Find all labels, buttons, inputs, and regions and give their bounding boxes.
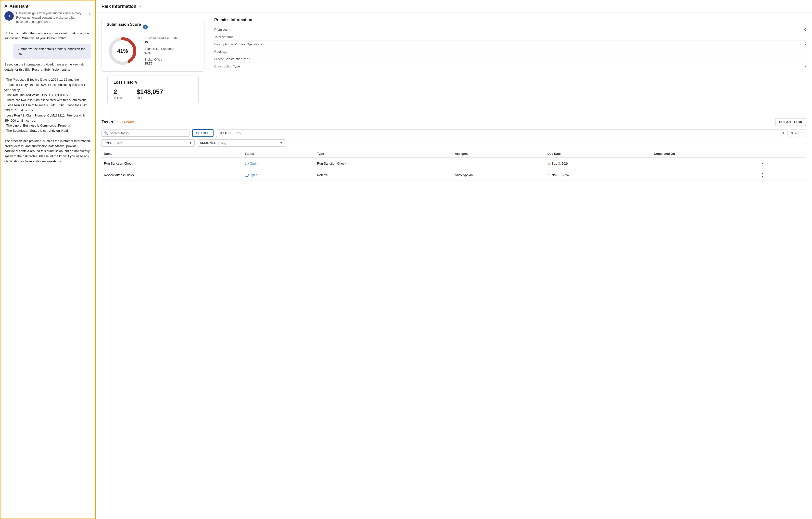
task-completed-1 (651, 169, 756, 181)
overdue-badge: ⚠ 2 Overdue (115, 120, 135, 124)
col-type: Type (315, 150, 452, 158)
col-completed-on: Completed On (651, 150, 756, 158)
score-detail-2-value: 18.75 (144, 61, 177, 66)
ai-header: AI Assistant ✦ Get key insights from you… (0, 0, 95, 27)
assignee-chevron-icon: ▼ (280, 141, 283, 145)
task-completed-0 (651, 158, 756, 169)
score-loss-wrapper: Submission Score i 41% (102, 18, 204, 109)
overdue-flag-icon-0: ⚠ (548, 162, 550, 165)
filter-actions: ▼ = ↺ (790, 130, 806, 137)
task-type-1: Referral (315, 169, 452, 181)
col-actions (756, 150, 806, 158)
tasks-table-header-row: Name Status Type Assignee ↑ Due Date Com… (102, 150, 806, 158)
task-status-1: Open (242, 169, 315, 181)
status-spinner-icon (245, 173, 249, 177)
premise-row-4: Oldest Construction Year - (214, 55, 806, 63)
status-chevron-icon: ▼ (782, 132, 785, 135)
ai-title: AI Assistant (4, 4, 91, 9)
search-tasks-button[interactable]: SEARCH (192, 129, 213, 137)
tasks-table: Name Status Type Assignee ↑ Due Date Com… (102, 150, 806, 181)
ai-subtitle: Get key insights from your submission su… (16, 11, 86, 24)
bot-message-2: Based on the information provided, here … (4, 62, 91, 164)
task-status-0: Open (242, 158, 315, 169)
task-type-0: Run Sanction Check (315, 158, 452, 169)
tasks-title: Tasks (102, 120, 113, 125)
search-tasks-input[interactable] (110, 131, 187, 135)
status-filter-label: STATUS (219, 132, 231, 135)
premise-row-1: Total Amount - (214, 33, 806, 41)
refresh-button[interactable]: ↺ (799, 130, 806, 137)
task-menu-0: ⋮ (756, 158, 806, 169)
type-filter-value: Any (117, 141, 187, 145)
task-name-0: Run Sanction Check (102, 158, 242, 169)
assignee-filter-value: Any (221, 141, 278, 145)
score-details: Customer Address State 15 Submission Cus… (144, 36, 177, 65)
filter-options-button[interactable]: ▼ = (790, 130, 797, 137)
expand-icon[interactable]: ↗ (138, 5, 141, 8)
assignee-filter[interactable]: ASSIGNEE | Any ▼ (197, 139, 285, 147)
type-chevron-icon: ▼ (189, 141, 192, 145)
type-filter-label: TYPE (104, 141, 112, 145)
score-detail-1: Submission Customer 6.75 (144, 47, 177, 55)
user-message-1: Summarize the risk details of this submi… (13, 44, 91, 59)
submission-score-donut: 41% (107, 35, 139, 67)
table-row: Review after 45 days Open Referral Andy … (102, 169, 806, 181)
status-spinner-icon (245, 161, 249, 165)
score-detail-0-value: 15 (144, 40, 177, 45)
type-filter[interactable]: TYPE | Any ▼ (102, 139, 195, 147)
ai-assistant-panel: AI Assistant ✦ Get key insights from you… (0, 0, 96, 519)
table-row: Run Sanction Check Open Run Sanction Che… (102, 158, 806, 169)
premise-table: Premises 0 Total Amount - Description of… (214, 26, 806, 70)
col-assignee: Assignee ↑ (452, 150, 545, 158)
search-icon: 🔍 (104, 131, 108, 135)
submission-score-box: Submission Score i 41% (102, 18, 204, 72)
premise-info-section: Premise Information Premises 0 Total Amo… (214, 18, 806, 109)
status-open-label: Open (250, 162, 258, 165)
task-name-1: Review after 45 days (102, 169, 242, 181)
task-row-menu-button-1[interactable]: ⋮ (759, 172, 766, 178)
loss-history-box: Loss History 2 claims $148,057 paid (107, 76, 199, 104)
overdue-warning-icon: ⚠ (115, 120, 119, 124)
submission-score-title: Submission Score (107, 22, 141, 27)
score-detail-0: Customer Address State 15 (144, 36, 177, 45)
loss-claims-count: 2 (114, 88, 122, 95)
col-status: Status (242, 150, 315, 158)
col-name: Name (102, 150, 242, 158)
premise-row-5: Construction Type - (214, 63, 806, 70)
bot-message-1: Hi! I am a chatbot that can give you mor… (4, 31, 91, 41)
submission-score-info-icon[interactable]: i (143, 25, 148, 29)
tasks-header: Tasks ⚠ 2 Overdue CREATE TASK (102, 118, 806, 126)
status-filter-value: Any (236, 131, 780, 135)
main-panel: Risk Information ↗ Submission Score i (96, 0, 812, 519)
premise-row-0: Premises 0 (214, 26, 806, 33)
loss-claims-label: claims (114, 96, 122, 100)
task-row-menu-button-0[interactable]: ⋮ (759, 160, 766, 167)
search-row: 🔍 SEARCH STATUS | Any ▼ ▼ = ↺ (102, 129, 806, 137)
loss-paid: $148,057 paid (137, 88, 163, 100)
ai-messages-area: Hi! I am a chatbot that can give you mor… (0, 27, 95, 519)
assignee-filter-label: ASSIGNEE (200, 141, 216, 145)
create-task-button[interactable]: CREATE TASK (775, 118, 806, 126)
ai-avatar: ✦ (4, 11, 14, 21)
ai-collapse-button[interactable]: ∧ (88, 11, 91, 17)
task-assignee-0 (452, 158, 545, 169)
task-due-date-0: ⚠ Sep 3, 2024 (545, 158, 652, 169)
loss-claims: 2 claims (114, 88, 122, 100)
col-due-date: Due Date (545, 150, 652, 158)
tasks-title-row: Tasks ⚠ 2 Overdue (102, 120, 135, 125)
loss-paid-label: paid (137, 96, 163, 100)
assignee-sort-icon[interactable]: ↑ (469, 152, 471, 156)
filter-row2: TYPE | Any ▼ ASSIGNEE | Any ▼ (102, 139, 806, 147)
overdue-flag-icon-1: ⚠ (548, 173, 550, 177)
risk-content-area: Submission Score i 41% (96, 13, 812, 114)
premise-row-2: Description of Primary Operations - (214, 41, 806, 48)
search-input-wrap: 🔍 (102, 130, 190, 137)
loss-history-title: Loss History (114, 80, 193, 85)
risk-info-title: Risk Information (102, 4, 136, 9)
status-filter[interactable]: STATUS | Any ▼ (216, 130, 787, 137)
status-open-label: Open (250, 173, 258, 177)
task-menu-1: ⋮ (756, 169, 806, 181)
premise-info-title: Premise Information (214, 18, 806, 22)
overdue-count: 2 Overdue (120, 120, 135, 124)
score-detail-1-value: 6.75 (144, 51, 177, 55)
